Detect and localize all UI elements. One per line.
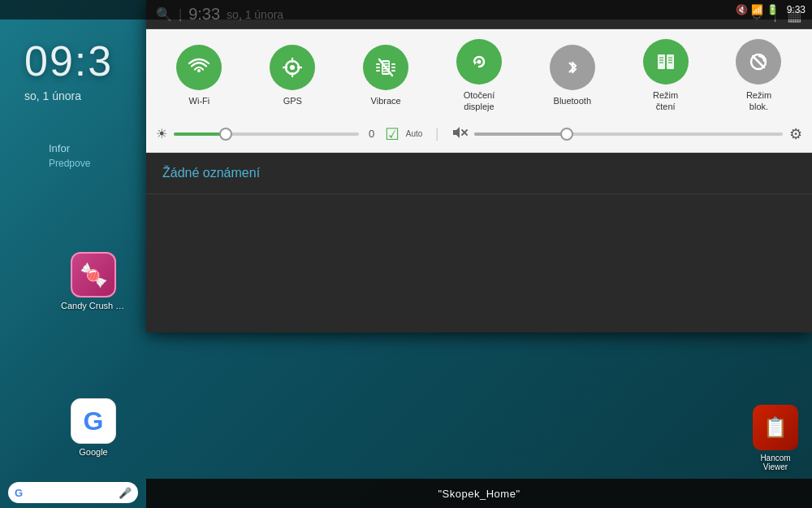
toggle-blok[interactable]: Režimblok. xyxy=(729,39,788,113)
toggle-vibrace[interactable]: Vibrace xyxy=(356,45,415,106)
vibrate-icon xyxy=(374,56,397,79)
google-logo: G xyxy=(15,487,23,499)
no-notifications-text: Žádné oznámení xyxy=(146,153,812,194)
block-mode-icon xyxy=(747,50,770,73)
toggle-gps-circle xyxy=(270,45,315,90)
app-candycrush[interactable]: 🍬 Candy Crush S... xyxy=(61,252,126,310)
quick-settings-gear[interactable]: ⚙ xyxy=(789,125,802,143)
widget-line1: Infor xyxy=(49,142,90,154)
brightness-slider[interactable] xyxy=(174,132,359,136)
mic-icon[interactable]: 🎤 xyxy=(119,487,132,499)
home-widget: Infor Predpove xyxy=(49,142,90,169)
volume-slider[interactable] xyxy=(474,132,783,136)
toggle-cteni-label: Režimčtení xyxy=(653,89,678,113)
candycrush-icon: 🍬 xyxy=(80,262,108,289)
toggle-blok-circle xyxy=(736,39,781,85)
app-google-label: Google xyxy=(61,447,126,457)
status-bar-time: 9:33 xyxy=(787,4,806,15)
wifi-icon xyxy=(188,56,210,79)
toggle-otoceni-circle xyxy=(456,39,502,85)
mute-icon: 🔇 xyxy=(736,4,748,15)
network-ssid: "Skopek_Home" xyxy=(438,488,520,500)
brightness-value: 0 xyxy=(365,128,378,140)
bluetooth-icon xyxy=(561,56,584,79)
volume-muted-svg xyxy=(451,124,468,141)
notification-drawer: 🔍 | 9:33 so, 1 února ⚙ | ▦ Wi-Fi xyxy=(146,0,812,332)
google-icon: G xyxy=(84,406,104,436)
toggle-gps-label: GPS xyxy=(283,95,302,106)
toggle-otoceni[interactable]: Otočenídispleje xyxy=(450,39,508,113)
toggle-wifi-circle xyxy=(176,45,222,90)
app-candycrush-label: Candy Crush S... xyxy=(61,301,126,310)
auto-brightness-label: Auto xyxy=(406,129,423,138)
brightness-low-icon: ☀ xyxy=(156,126,167,141)
volume-mute-icon xyxy=(451,124,468,144)
toggle-wifi[interactable]: Wi-Fi xyxy=(170,45,228,106)
toggle-cteni[interactable]: Režimčtení xyxy=(637,39,695,113)
status-bar: 🔇 📶 🔋 9:33 xyxy=(0,0,812,20)
toggle-otoceni-label: Otočenídispleje xyxy=(464,89,495,113)
notification-panel: Žádné oznámení xyxy=(146,153,812,332)
app-hancom[interactable]: 📋 Hancom Viewer xyxy=(747,405,804,471)
widget-line2: Predpove xyxy=(49,158,90,169)
book-icon xyxy=(654,50,677,73)
toggle-bluetooth-circle xyxy=(550,45,595,90)
toggle-vibrace-label: Vibrace xyxy=(371,95,401,106)
toggle-gps[interactable]: GPS xyxy=(263,45,322,106)
wifi-status-icon: 📶 xyxy=(751,4,763,15)
sliders-row: ☀ 0 ☑ Auto | ⚙ xyxy=(146,119,812,153)
hancom-icon-symbol: 📋 xyxy=(763,416,788,439)
quick-toggles-row: Wi-Fi GPS xyxy=(146,29,812,119)
auto-brightness-check[interactable]: ☑ xyxy=(385,124,400,144)
gps-icon xyxy=(281,56,304,79)
toggle-cteni-circle xyxy=(643,39,689,85)
app-google[interactable]: G Google xyxy=(61,398,126,457)
bottom-bar: "Skopek_Home" xyxy=(146,479,812,508)
notification-empty-area xyxy=(146,194,812,332)
rotate-icon xyxy=(468,50,490,73)
toggle-vibrace-circle xyxy=(363,45,408,90)
svg-rect-20 xyxy=(658,54,665,69)
battery-icon: 🔋 xyxy=(767,4,779,15)
hancom-label: Hancom Viewer xyxy=(747,454,804,471)
svg-point-1 xyxy=(290,65,295,70)
home-clock: 09:3 xyxy=(24,37,113,85)
toggle-bluetooth-label: Bluetooth xyxy=(554,95,591,106)
google-search-bar[interactable]: G 🎤 xyxy=(8,482,138,503)
svg-rect-21 xyxy=(667,54,674,69)
home-date: so, 1 února xyxy=(24,89,81,102)
svg-point-19 xyxy=(477,60,481,64)
toggle-wifi-label: Wi-Fi xyxy=(189,95,210,106)
status-icons: 🔇 📶 🔋 9:33 xyxy=(736,4,806,15)
toggle-bluetooth[interactable]: Bluetooth xyxy=(543,45,602,106)
toggle-blok-label: Režimblok. xyxy=(746,89,771,113)
